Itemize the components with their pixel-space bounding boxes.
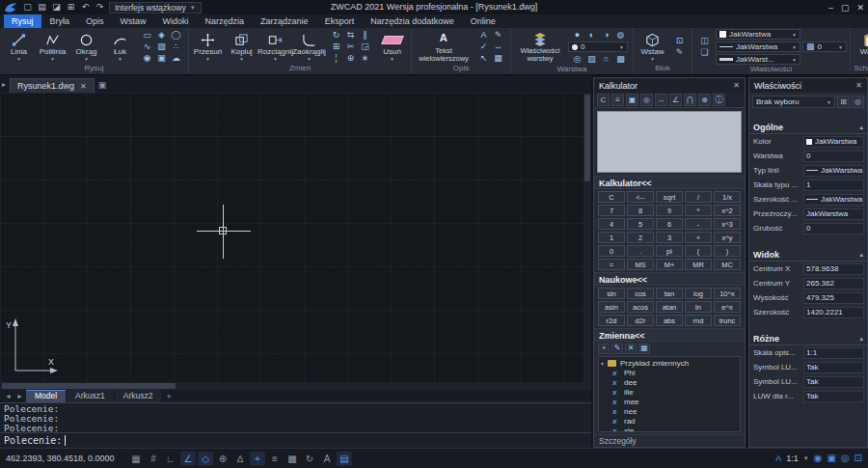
distance-icon[interactable]: ↔	[655, 94, 667, 106]
redo-icon[interactable]: ↷	[94, 2, 106, 14]
info-icon[interactable]: ⓘ	[713, 94, 725, 106]
ortho-icon[interactable]: ∟	[163, 452, 178, 466]
trim-icon[interactable]: ✂	[343, 41, 358, 52]
dyn-ucs-icon[interactable]: ∆	[232, 452, 248, 466]
variable-item[interactable]: xPhi	[601, 368, 738, 377]
calc-button-sqrt[interactable]: sqrt	[656, 191, 683, 203]
toggle-pickadd-icon[interactable]: ⊞	[837, 96, 850, 108]
scale-icon[interactable]: ◲	[358, 41, 372, 52]
calc-button-e^x[interactable]: e^x	[714, 301, 741, 313]
new-drawing-icon[interactable]: ▣	[98, 77, 107, 93]
calc-button-pi[interactable]: pi	[656, 245, 683, 257]
calc-button-MR[interactable]: MR	[685, 259, 712, 270]
property-value[interactable]: 1420.2221	[803, 307, 864, 318]
clean-screen-icon[interactable]: ⊡	[854, 454, 862, 463]
lineweight-dropdown[interactable]: JakWarst... ▼	[716, 54, 800, 65]
arc-button[interactable]: Łuk ▼	[104, 32, 136, 61]
calc-button-/[interactable]: /	[685, 191, 712, 203]
etrack-icon[interactable]: ⊕	[215, 452, 231, 466]
color-dropdown[interactable]: JakWarstwa ▼	[716, 29, 800, 40]
calc-button-C[interactable]: C	[598, 191, 625, 203]
calc-button-r2d[interactable]: r2d	[598, 315, 625, 326]
minimize-button[interactable]: –	[828, 3, 833, 13]
ribbon-tab-2[interactable]: Opis	[78, 14, 112, 28]
layer-lock-icon[interactable]: ◑	[599, 29, 613, 41]
calc-button-([interactable]: (	[685, 245, 712, 257]
spellcheck-icon[interactable]: ✓	[476, 41, 491, 52]
horizontal-scrollbar[interactable]	[0, 382, 583, 390]
edit-variable-icon[interactable]: ✎	[611, 344, 623, 354]
dyn-input-icon[interactable]: +	[250, 452, 265, 466]
calc-button-abs[interactable]: abs	[656, 315, 683, 326]
polar-icon[interactable]: ∠	[180, 452, 196, 466]
close-tab-icon[interactable]: ✕	[80, 82, 87, 91]
new-layout-button[interactable]: +	[162, 392, 175, 401]
clear-icon[interactable]: C	[597, 94, 610, 106]
calculator-basic-section[interactable]: Kalkulator<<	[594, 176, 745, 189]
props-section-header[interactable]: Różne▴	[749, 333, 867, 345]
single-text-icon[interactable]: A	[476, 29, 491, 41]
layer-prev-icon[interactable]: ◎	[570, 53, 584, 65]
esnap-icon[interactable]: ◇	[198, 452, 213, 466]
line-button[interactable]: Linia ▼	[3, 32, 35, 61]
calc-button-x^2[interactable]: x^2	[714, 205, 741, 216]
break-icon[interactable]: ¦	[329, 52, 343, 64]
grid-icon[interactable]: ▦	[128, 452, 144, 466]
donut-icon[interactable]: ◉	[140, 52, 154, 64]
snap-icon[interactable]: #	[146, 452, 161, 466]
paste-value-icon[interactable]: ▣	[626, 94, 638, 106]
fillet-button[interactable]: Zaokrąglij ▼	[293, 32, 325, 61]
offset-icon[interactable]: ∥	[358, 29, 372, 41]
open-file-icon[interactable]: ▤	[36, 2, 48, 14]
calc-button-d2r[interactable]: d2r	[627, 315, 654, 326]
leader-icon[interactable]: ↖	[476, 52, 491, 64]
point-icon[interactable]: ∴	[169, 41, 183, 52]
linetype-dropdown[interactable]: JakWarstwa ▼	[716, 41, 800, 52]
mtext-button[interactable]: A Tekst wielowierszowy	[415, 31, 473, 63]
maximize-button[interactable]: ▢	[841, 3, 850, 13]
ribbon-tab-1[interactable]: Bryła	[42, 14, 78, 28]
property-value[interactable]: JakWarstwa	[803, 165, 864, 177]
layout-next-icon[interactable]: ►	[14, 393, 25, 399]
edit-text-icon[interactable]: ✎	[491, 29, 505, 41]
intersection-icon[interactable]: ⋂	[684, 94, 696, 106]
rotate-icon[interactable]: ↻	[329, 29, 343, 41]
drawing-canvas[interactable]: Y X	[0, 93, 583, 382]
calc-button-10^x[interactable]: 10^x	[714, 288, 741, 299]
property-value[interactable]: Tak	[803, 362, 864, 373]
layout-tab-arkusz1[interactable]: Arkusz1	[67, 390, 114, 402]
calc-button-1/x[interactable]: 1/x	[714, 191, 741, 203]
collapse-icon[interactable]: ▾	[601, 360, 604, 367]
stretch-button[interactable]: Rozciągnij ▼	[259, 32, 291, 61]
move-button[interactable]: Przesuń ▼	[192, 32, 224, 61]
property-value[interactable]: 479.325	[803, 292, 864, 304]
ribbon-tab-3[interactable]: Wstaw	[113, 14, 154, 28]
hatch-icon[interactable]: ▨	[154, 41, 169, 52]
property-value[interactable]: JakWarstwa	[803, 136, 864, 148]
annotation-icon[interactable]: A	[319, 452, 335, 466]
close-button[interactable]: ✕	[856, 3, 864, 13]
spline-icon[interactable]: ∿	[140, 41, 154, 52]
edit-block-icon[interactable]: ✎	[672, 46, 687, 58]
calc-button-4[interactable]: 4	[598, 218, 625, 230]
revcloud-icon[interactable]: ☁	[169, 52, 183, 64]
model-space-icon[interactable]: ▤	[337, 452, 352, 466]
select-objects-icon[interactable]: ◎	[852, 96, 864, 108]
calculator-icon[interactable]: ▦	[638, 344, 650, 354]
calc-button-MS[interactable]: MS	[627, 259, 654, 270]
calc-button-2[interactable]: 2	[627, 232, 654, 243]
close-panel-icon[interactable]: ✕	[855, 81, 862, 90]
layer-freeze-icon[interactable]: ◐	[584, 29, 599, 41]
calc-button-tan[interactable]: tan	[656, 288, 683, 299]
vscroll-thumb[interactable]	[584, 95, 590, 181]
variable-item[interactable]: xille	[601, 387, 738, 397]
join-icon[interactable]: ⊕	[343, 52, 358, 64]
calc-button-asin[interactable]: asin	[598, 301, 625, 313]
vertical-scrollbar[interactable]	[583, 93, 591, 382]
variable-item[interactable]: xdee	[601, 377, 738, 387]
props-section-header[interactable]: Widok▴	[749, 249, 867, 262]
copy-button[interactable]: Kopiuj ▼	[226, 32, 258, 61]
calc-button-9[interactable]: 9	[656, 205, 683, 216]
layer-isolate-icon[interactable]: ▧	[584, 53, 599, 65]
circle-button[interactable]: Okrąg ▼	[70, 32, 102, 61]
